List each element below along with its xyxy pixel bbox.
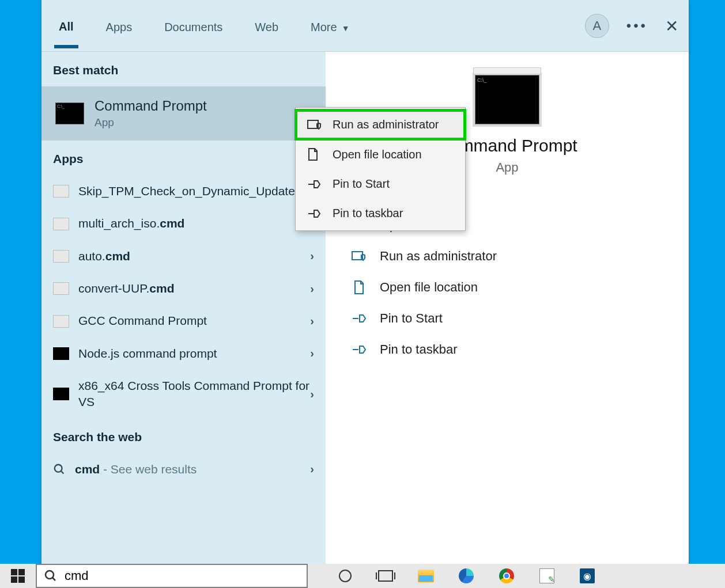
app-result-label: x86_x64 Cross Tools Command Prompt for V…: [78, 378, 310, 411]
app-result-row[interactable]: multi_arch_iso.cmd›: [41, 207, 326, 240]
tab-apps[interactable]: Apps: [101, 3, 137, 48]
folder-location-icon: [351, 280, 367, 295]
best-match-item[interactable]: Command Prompt App: [41, 86, 326, 141]
app-result-label: convert-UUP.cmd: [78, 280, 310, 297]
ctx-open-location[interactable]: Open file location: [296, 139, 465, 169]
svg-point-0: [55, 465, 62, 472]
cmd-file-icon: [53, 250, 69, 263]
search-input[interactable]: [65, 568, 300, 583]
context-menu: Run as administrator Open file location …: [295, 107, 466, 231]
pin-taskbar-icon: [351, 344, 367, 355]
app-result-row[interactable]: convert-UUP.cmd›: [41, 272, 326, 305]
file-explorer-icon[interactable]: [417, 567, 435, 585]
results-column: Best match Command Prompt App Apps Skip_…: [41, 52, 326, 564]
best-match-subtitle: App: [95, 116, 207, 129]
start-button[interactable]: [0, 564, 36, 588]
admin-shield-icon: [351, 250, 367, 263]
app-result-label: auto.cmd: [78, 248, 310, 264]
cmd-file-icon: [53, 282, 69, 295]
pin-start-icon: [351, 313, 367, 324]
command-prompt-icon: [55, 103, 84, 124]
user-avatar[interactable]: A: [585, 14, 609, 38]
app-result-row[interactable]: Node.js command prompt›: [41, 337, 326, 370]
start-search-panel: All Apps Documents Web More▼ A ••• ✕ Bes…: [41, 0, 689, 564]
action-open-location[interactable]: Open file location: [349, 272, 666, 303]
chevron-right-icon: ›: [310, 388, 314, 401]
app-result-row[interactable]: GCC Command Prompt›: [41, 305, 326, 337]
action-pin-start[interactable]: Pin to Start: [349, 303, 666, 334]
chevron-right-icon: ›: [310, 249, 314, 263]
ctx-run-admin[interactable]: Run as administrator: [296, 110, 465, 139]
app-result-label: GCC Command Prompt: [78, 313, 310, 329]
close-icon[interactable]: ✕: [665, 17, 678, 36]
cmd-file-icon: [53, 185, 69, 198]
action-run-admin[interactable]: Run as administrator: [349, 241, 666, 272]
ctx-pin-taskbar[interactable]: Pin to taskbar: [296, 199, 465, 228]
cmd-file-icon: [53, 218, 69, 230]
preview-app-icon: [475, 75, 539, 124]
app-result-row[interactable]: Skip_TPM_Check_on_Dynamic_Update.cmd›: [41, 175, 326, 207]
best-match-title: Command Prompt: [95, 98, 207, 114]
pin-taskbar-icon: [307, 208, 322, 219]
app-result-label: Node.js command prompt: [78, 346, 310, 362]
more-options-icon[interactable]: •••: [626, 18, 648, 34]
tab-documents[interactable]: Documents: [160, 3, 227, 48]
cortana-icon[interactable]: [337, 567, 354, 585]
section-search-web: Search the web: [41, 419, 326, 453]
chevron-right-icon: ›: [310, 282, 314, 295]
taskbar-search[interactable]: [36, 564, 308, 588]
action-pin-taskbar[interactable]: Pin to taskbar: [349, 334, 666, 365]
cmd-file-icon: [53, 315, 69, 328]
ctx-pin-start[interactable]: Pin to Start: [296, 169, 465, 199]
tab-web[interactable]: Web: [250, 3, 283, 48]
web-result-row[interactable]: cmd - See web results ›: [41, 453, 326, 485]
edge-browser-icon[interactable]: [458, 567, 475, 585]
chevron-right-icon: ›: [310, 347, 314, 360]
app-result-row[interactable]: x86_x64 Cross Tools Command Prompt for V…: [41, 370, 326, 419]
notepad-icon[interactable]: [538, 567, 556, 585]
folder-location-icon: [307, 147, 322, 161]
svg-line-1: [61, 471, 64, 474]
section-best-match: Best match: [41, 52, 326, 86]
app-result-label: Skip_TPM_Check_on_Dynamic_Update.cmd: [78, 183, 323, 199]
search-icon: [53, 463, 66, 476]
cmd-file-icon: [53, 388, 69, 400]
tab-more[interactable]: More▼: [306, 3, 354, 48]
chrome-browser-icon[interactable]: [498, 567, 515, 585]
svg-point-5: [46, 571, 54, 579]
obs-app-icon[interactable]: ◉: [579, 567, 596, 585]
section-apps: Apps: [41, 141, 326, 175]
task-view-icon[interactable]: [377, 567, 394, 585]
windows-logo-icon: [11, 569, 25, 583]
app-result-label: multi_arch_iso.cmd: [78, 215, 310, 232]
admin-shield-icon: [307, 119, 322, 131]
chevron-right-icon: ›: [310, 462, 314, 476]
pin-start-icon: [307, 179, 322, 189]
tab-all[interactable]: All: [54, 3, 78, 48]
taskbar: ◉: [0, 564, 725, 588]
cmd-file-icon: [53, 347, 69, 360]
chevron-down-icon: ▼: [342, 24, 350, 33]
search-tabs: All Apps Documents Web More▼ A ••• ✕: [41, 0, 689, 52]
app-result-row[interactable]: auto.cmd›: [41, 240, 326, 272]
chevron-right-icon: ›: [310, 314, 314, 328]
search-icon: [44, 569, 58, 583]
svg-line-6: [52, 578, 55, 581]
